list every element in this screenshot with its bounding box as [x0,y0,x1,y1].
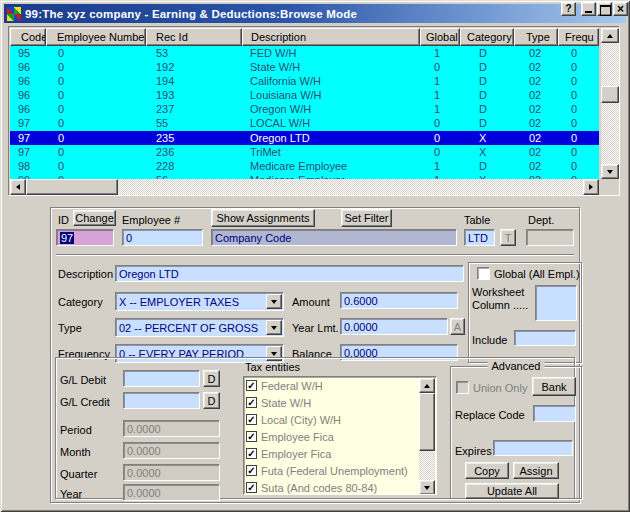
horizontal-scroll-thumb[interactable] [26,179,118,195]
gl-debit-field[interactable] [123,370,200,387]
scroll-up-icon[interactable] [601,28,619,43]
gl-credit-d-button[interactable]: D [203,392,220,409]
tax-item-label: Federal W/H [261,380,323,392]
amount-field[interactable]: 0.6000 [340,292,458,309]
gl-debit-d-button[interactable]: D [203,370,220,387]
chevron-down-icon[interactable] [266,320,282,335]
list-item[interactable]: ✓Federal W/H [244,377,419,394]
dept-field[interactable] [526,229,574,246]
column-header-type[interactable]: Type [514,28,558,46]
checkbox-checked-icon[interactable]: ✓ [246,414,257,425]
cell: 1 [420,102,460,116]
change-button[interactable]: Change [73,210,116,226]
tax-scroll-thumb[interactable] [419,393,435,451]
list-item[interactable]: ✓Local (City) W/H [244,411,419,428]
id-field[interactable]: 97 [56,229,114,246]
grid-vertical-scrollbar[interactable] [601,28,619,179]
list-item[interactable]: ✓Futa (Federal Unemployment) [244,462,419,479]
column-header-global[interactable]: Global [420,28,460,46]
close-icon[interactable]: × [613,2,628,16]
tax-item-label: State W/H [261,397,311,409]
scroll-right-icon[interactable] [583,179,599,195]
column-header-frequ[interactable]: Frequ [558,28,599,46]
table-row[interactable]: 960237Oregon W/H1D020 [10,102,599,116]
employee-number-label: Employee # [122,214,180,226]
description-field[interactable]: Oregon LTD [115,265,464,282]
help-button[interactable]: ? [561,2,576,16]
table-row[interactable]: 980228Medicare Employee1D020 [10,159,599,173]
table-row[interactable]: 960192State W/H0D020 [10,60,599,74]
cell: 0 [558,46,599,60]
id-field-selection: 97 [60,232,74,244]
scroll-up-icon[interactable] [419,378,435,393]
checkbox-checked-icon[interactable]: ✓ [246,465,257,476]
tax-list-scrollbar[interactable] [419,378,435,495]
table-label: Table [464,214,490,226]
checkbox-checked-icon[interactable]: ✓ [246,380,257,391]
id-label: ID [58,214,69,226]
table-row[interactable]: 970235Oregon LTD0X020 [10,131,599,145]
category-dropdown[interactable]: X -- EMPLOYER TAXES [115,292,284,311]
cell: 95 [10,46,46,60]
column-header-category[interactable]: Category [460,28,514,46]
cell: 0 [420,60,460,74]
cell: 02 [514,145,558,159]
cell: 0 [46,60,146,74]
vertical-scroll-thumb[interactable] [601,86,619,103]
title-bar[interactable]: 99:The xyz company - Earning & Deduction… [4,4,626,23]
year-lmt-a-button[interactable]: A [450,318,465,335]
set-filter-button[interactable]: Set Filter [341,209,392,227]
cell: 1 [420,46,460,60]
list-item[interactable]: ✓State W/H [244,394,419,411]
union-only-checkbox[interactable] [456,381,469,394]
cell: 02 [514,159,558,173]
column-header-description[interactable]: Description [242,28,420,46]
include-field[interactable] [514,330,576,346]
expires-field[interactable] [493,440,573,456]
table-row[interactable]: 970236TriMet0X020 [10,145,599,159]
cell: 237 [146,102,242,116]
global-checkbox[interactable] [477,267,490,280]
scroll-down-icon[interactable] [601,164,619,179]
employee-number-field[interactable]: 0 [122,229,203,246]
list-item[interactable]: ✓Employee Fica [244,428,419,445]
checkbox-checked-icon[interactable]: ✓ [246,397,257,408]
chevron-down-icon[interactable] [266,294,282,309]
table-lookup-button[interactable]: T [500,229,516,246]
period-field: 0.0000 [123,420,220,437]
checkbox-checked-icon[interactable]: ✓ [246,431,257,442]
checkbox-checked-icon[interactable]: ✓ [246,482,257,493]
cell: State W/H [242,60,420,74]
gl-credit-field[interactable] [123,392,200,409]
column-header-code[interactable]: Code [10,28,46,46]
list-item[interactable]: ✓Suta (And codes 80-84) [244,479,419,495]
cell: 02 [514,102,558,116]
grid-horizontal-scrollbar[interactable] [10,179,599,195]
category-label: Category [58,296,103,308]
update-all-button[interactable]: Update All [465,483,559,499]
table-row[interactable]: 960193Louisiana W/H1D020 [10,88,599,102]
column-header-employee-number[interactable]: Employee Number [46,28,146,46]
table-row[interactable]: 97055LOCAL W/H0D020 [10,116,599,130]
column-header-rec-id[interactable]: Rec Id [146,28,242,46]
type-dropdown[interactable]: 02 -- PERCENT OF GROSS [115,318,284,337]
scroll-left-icon[interactable] [10,179,26,195]
show-assignments-button[interactable]: Show Assignments [211,209,315,227]
maximize-button[interactable] [597,2,612,16]
scroll-down-icon[interactable] [419,480,435,495]
table-row[interactable]: 95053FED W/H1D020 [10,46,599,60]
company-code-field[interactable]: Company Code [211,229,457,246]
assign-button[interactable]: Assign [513,462,559,479]
bank-button[interactable]: Bank [532,377,576,396]
checkbox-checked-icon[interactable]: ✓ [246,448,257,459]
worksheet-column-field[interactable] [535,285,577,321]
copy-button[interactable]: Copy [465,462,509,479]
year-field: 0.0000 [123,484,220,501]
replace-code-field[interactable] [533,405,576,422]
table-row[interactable]: 960194California W/H1D020 [10,74,599,88]
table-field[interactable]: LTD [464,229,495,246]
list-item[interactable]: ✓Employer Fica [244,445,419,462]
cell: D [460,74,514,88]
year-lmt-field[interactable]: 0.0000 [340,318,448,335]
minimize-button[interactable] [581,2,596,16]
